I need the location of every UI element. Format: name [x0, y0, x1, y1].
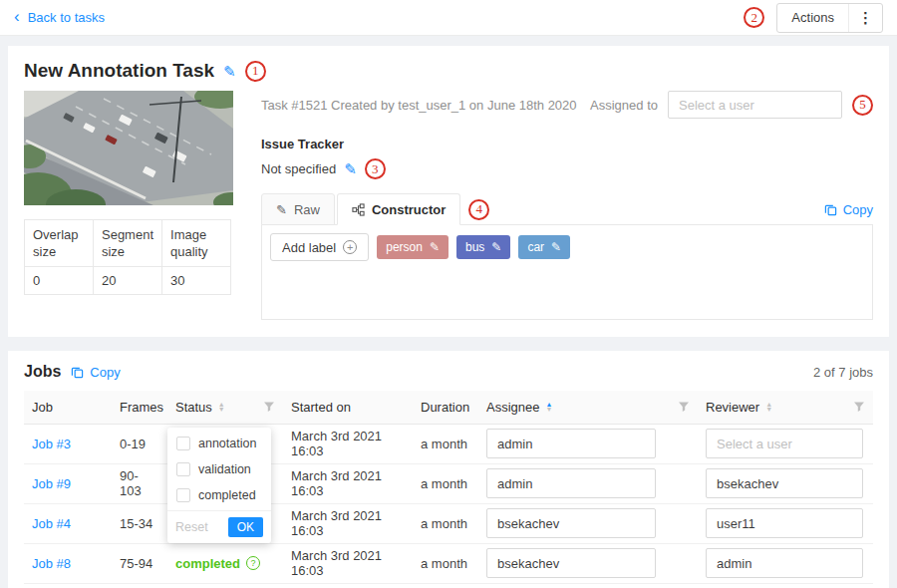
assignee-sort-control[interactable]: ▲▼ [545, 402, 552, 413]
assigned-to-block: Assigned to 5 [590, 91, 873, 119]
column-assignee: Assignee ▲▼ [478, 391, 698, 424]
reviewer-filter-icon[interactable] [853, 401, 865, 413]
column-assignee-label: Assignee [486, 400, 539, 415]
checkbox-completed[interactable] [176, 488, 190, 502]
started-cell: March 3rd 2021 16:03 [283, 503, 413, 543]
jobs-title: Jobs [24, 363, 61, 381]
labels-tabs-bar: ✎ Raw Constructor 4 [261, 193, 873, 225]
tab-raw[interactable]: ✎ Raw [261, 193, 335, 225]
assigned-to-label: Assigned to [590, 98, 658, 113]
edit-label-icon[interactable]: ✎ [430, 241, 440, 253]
status-sort-control[interactable]: ▲▼ [218, 402, 225, 413]
copy-jobs-button[interactable]: Copy [71, 365, 120, 380]
edit-task-name-icon[interactable]: ✎ [223, 64, 236, 79]
reviewer-sort-control[interactable]: ▲▼ [765, 402, 772, 413]
filter-option-annotation-label: annotation [198, 437, 256, 450]
edit-label-icon[interactable]: ✎ [491, 241, 501, 253]
column-status: Status ▲▼ [167, 391, 283, 424]
reviewer-input[interactable] [706, 429, 863, 458]
add-label-button[interactable]: Add label + [270, 233, 369, 261]
reviewer-input[interactable] [706, 508, 863, 538]
column-frames: Frames [112, 391, 167, 424]
started-cell: March 3rd 2021 16:03 [283, 424, 413, 463]
label-tag-car-name: car [527, 240, 544, 254]
column-reviewer-label: Reviewer [706, 400, 759, 415]
job-link[interactable]: Job #8 [32, 556, 71, 571]
actions-button[interactable]: Actions [777, 4, 848, 32]
label-tag-bus-name: bus [465, 240, 484, 254]
started-cell: March 3rd 2021 16:03 [283, 463, 413, 503]
task-title-row: New Annotation Task ✎ 1 [24, 60, 873, 82]
duration-cell: a month [413, 503, 478, 543]
copy-icon [824, 203, 837, 216]
top-bar: ‹ Back to tasks 2 Actions ⋮ [0, 0, 897, 36]
plus-circle-icon: + [343, 240, 357, 254]
reviewer-input[interactable] [706, 468, 863, 498]
callout-1: 1 [245, 61, 266, 82]
column-duration: Duration [413, 391, 478, 424]
tab-constructor[interactable]: Constructor [337, 193, 460, 225]
assignee-input[interactable] [486, 429, 656, 458]
copy-labels-button[interactable]: Copy [824, 202, 873, 217]
reviewer-input[interactable] [706, 548, 863, 578]
label-tag-car[interactable]: car ✎ [518, 235, 570, 259]
back-to-tasks-link[interactable]: ‹ Back to tasks [14, 9, 105, 26]
segment-size-header: Segment size [93, 220, 161, 267]
add-label-text: Add label [282, 240, 336, 255]
actions-button-group: Actions ⋮ [776, 3, 883, 33]
table-row: Job #3 0-19 March 3rd 2021 16:03 a month [24, 424, 873, 463]
task-body: Overlap size Segment size Image quality … [24, 91, 873, 320]
assignee-input[interactable] [486, 508, 656, 538]
task-title: New Annotation Task [24, 60, 214, 82]
checkbox-annotation[interactable] [176, 437, 190, 450]
filter-option-validation[interactable]: validation [167, 456, 271, 482]
edit-issue-tracker-icon[interactable]: ✎ [344, 161, 357, 176]
issue-tracker-label: Issue Tracker [261, 137, 873, 151]
task-parameters-table: Overlap size Segment size Image quality … [24, 219, 231, 295]
task-assignee-input[interactable] [668, 91, 842, 119]
assignee-filter-icon[interactable] [678, 401, 690, 413]
overlap-size-value: 0 [25, 267, 94, 295]
assignee-input[interactable] [486, 548, 656, 578]
checkbox-validation[interactable] [176, 462, 190, 476]
label-tag-person[interactable]: person ✎ [377, 235, 448, 259]
image-quality-value: 30 [162, 267, 231, 295]
callout-3: 3 [365, 158, 386, 179]
filter-ok-button[interactable]: OK [228, 517, 263, 537]
filter-option-completed[interactable]: completed [167, 482, 271, 508]
started-cell: March 3rd 2021 16:03 [283, 543, 413, 583]
chevron-left-icon: ‹ [14, 8, 20, 25]
jobs-card: Jobs Copy 2 of 7 jobs Job Frames Status … [8, 351, 889, 588]
table-row: Job #4 15-34 March 3rd 2021 16:03 a mont… [24, 503, 873, 543]
question-circle-icon[interactable]: ? [246, 556, 260, 570]
status-completed-badge: completed ? [175, 556, 260, 571]
more-actions-menu-icon[interactable]: ⋮ [848, 4, 882, 32]
duration-cell: a month [413, 543, 478, 583]
tab-raw-label: Raw [294, 202, 320, 217]
column-job: Job [24, 391, 112, 424]
duration-cell: a month [413, 463, 478, 503]
task-meta-row: Task #1521 Created by test_user_1 on Jun… [261, 91, 873, 119]
constructor-blocks-icon [352, 203, 365, 216]
status-filter-icon[interactable] [263, 401, 275, 413]
task-left-column: Overlap size Segment size Image quality … [24, 91, 233, 320]
callout-4: 4 [468, 199, 489, 220]
job-link[interactable]: Job #9 [32, 476, 71, 491]
frames-cell: 15-34 [112, 503, 167, 543]
task-details-card: New Annotation Task ✎ 1 [8, 46, 889, 337]
filter-option-validation-label: validation [198, 462, 251, 476]
job-link[interactable]: Job #3 [32, 437, 71, 451]
edit-label-icon[interactable]: ✎ [551, 241, 561, 253]
column-status-label: Status [175, 400, 212, 415]
tab-constructor-label: Constructor [372, 202, 446, 217]
assignee-input[interactable] [486, 468, 656, 498]
frames-cell: 90-103 [112, 463, 167, 503]
topbar-right: 2 Actions ⋮ [744, 3, 883, 33]
filter-reset-button[interactable]: Reset [175, 520, 208, 534]
filter-option-annotation[interactable]: annotation [167, 431, 271, 456]
label-tag-bus[interactable]: bus ✎ [456, 235, 510, 259]
issue-tracker-row: Not specified ✎ 3 [261, 158, 873, 179]
job-link[interactable]: Job #4 [32, 516, 71, 531]
back-to-tasks-label: Back to tasks [28, 10, 105, 25]
frames-cell: 0-19 [112, 424, 167, 463]
